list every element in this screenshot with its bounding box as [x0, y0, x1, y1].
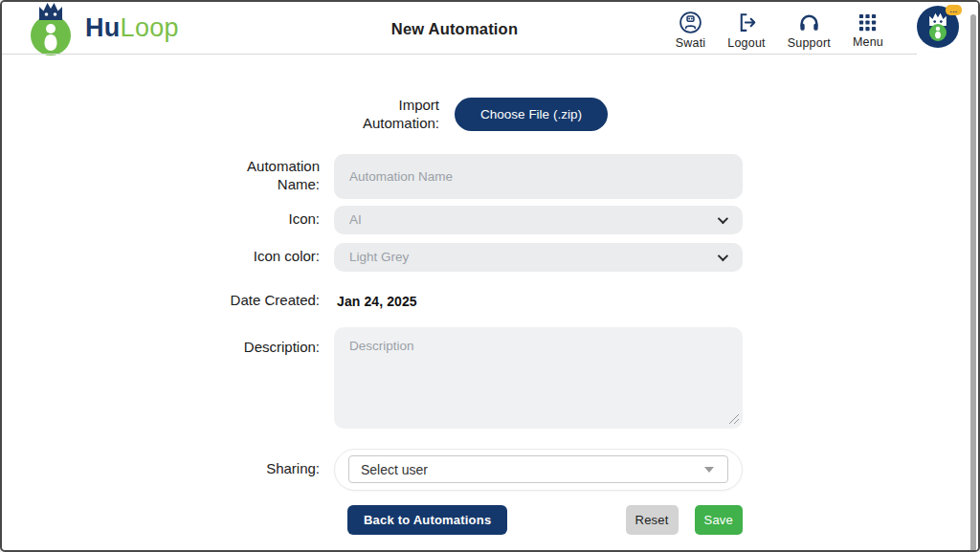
nav-label-user: Swati: [676, 36, 706, 50]
sharing-user-select[interactable]: Select user: [348, 455, 728, 483]
scrollbar-track[interactable]: [969, 2, 977, 550]
automation-name-row: Automation Name:: [2, 154, 978, 199]
icon-color-label: Icon color:: [2, 248, 327, 266]
save-button[interactable]: Save: [695, 505, 743, 535]
description-textarea[interactable]: [334, 327, 743, 429]
sharing-row: Sharing: Select user: [2, 449, 978, 491]
header: HuLoop New Automation Swati Logo: [2, 2, 978, 55]
icon-label: Icon:: [2, 210, 327, 229]
import-automation-label: Import Automation:: [2, 97, 447, 133]
chevron-down-icon: [718, 250, 728, 260]
robot-body-icon: [40, 23, 61, 52]
nav-label-support: Support: [788, 36, 831, 50]
icon-color-select[interactable]: Light Grey: [334, 243, 743, 272]
automation-name-input[interactable]: [334, 154, 743, 199]
avatar[interactable]: ...: [917, 6, 959, 48]
icon-color-select-value: Light Grey: [349, 250, 718, 264]
reset-button[interactable]: Reset: [626, 505, 679, 535]
sharing-container: Select user: [334, 449, 743, 491]
headset-icon: [797, 11, 821, 34]
icon-row: Icon: AI: [2, 206, 978, 234]
automation-name-label: Automation Name:: [2, 158, 327, 194]
header-nav: Swati Logout Support: [676, 2, 959, 55]
scrollbar-thumb[interactable]: [970, 14, 976, 550]
logout-icon: [735, 11, 759, 34]
avatar-robot-pin-icon: [933, 26, 943, 39]
logo-text-loop: Loop: [121, 13, 179, 42]
date-created-label: Date Created:: [2, 292, 327, 310]
description-row: Description:: [2, 327, 978, 429]
choose-file-button[interactable]: Choose File (.zip): [455, 98, 608, 131]
icon-color-row: Icon color: Light Grey: [2, 243, 978, 272]
nav-item-user[interactable]: Swati: [676, 7, 706, 50]
date-created-row: Date Created: Jan 24, 2025: [2, 293, 978, 310]
action-buttons-right: Reset Save: [626, 505, 743, 535]
huloop-logo[interactable]: HuLoop: [27, 2, 179, 55]
resize-handle[interactable]: [729, 414, 739, 424]
grid-menu-icon: [857, 11, 879, 33]
description-label: Description:: [2, 327, 327, 357]
icon-select-value: AI: [349, 212, 718, 227]
date-created-value: Jan 24, 2025: [337, 294, 417, 309]
user-circle-icon: [679, 11, 702, 34]
chevron-down-icon: [718, 212, 728, 223]
sharing-select-value: Select user: [361, 462, 704, 477]
page-title: New Automation: [391, 19, 518, 37]
back-to-automations-button[interactable]: Back to Automations: [347, 505, 507, 535]
logo-text-hu: Hu: [85, 13, 121, 42]
avatar-notification-badge: ...: [946, 5, 962, 15]
caret-down-icon: [704, 467, 714, 473]
logo-wordmark: HuLoop: [85, 2, 179, 55]
nav-item-support[interactable]: Support: [788, 7, 831, 50]
icon-select[interactable]: AI: [334, 206, 743, 234]
robot-crown-icon: [38, 2, 63, 20]
actions-row: Back to Automations Reset Save: [2, 505, 978, 535]
nav-item-menu[interactable]: Menu: [853, 8, 883, 49]
import-automation-row: Import Automation: Choose File (.zip): [2, 97, 978, 133]
nav-item-logout[interactable]: Logout: [727, 7, 765, 50]
app-window: HuLoop New Automation Swati Logo: [0, 0, 980, 552]
sharing-label: Sharing:: [2, 460, 327, 478]
new-automation-form: Import Automation: Choose File (.zip) Au…: [2, 55, 978, 535]
nav-label-logout: Logout: [727, 36, 765, 50]
huloop-robot-icon: [27, 2, 77, 55]
nav-label-menu: Menu: [853, 35, 883, 49]
